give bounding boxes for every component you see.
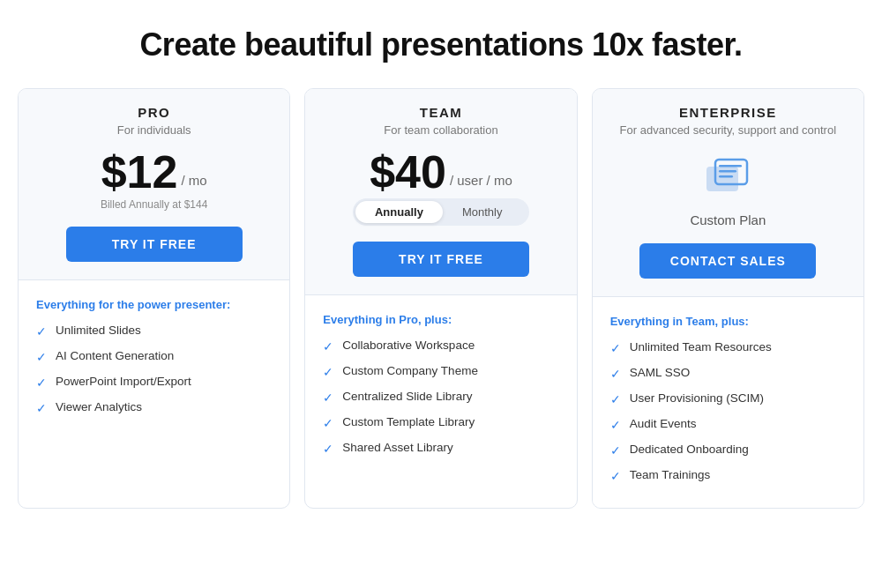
plans-grid: PRO For individuals $12 / mo Billed Annu…: [18, 88, 864, 509]
plan-header-pro: PRO For individuals $12 / mo Billed Annu…: [19, 89, 289, 280]
price-period-pro: / mo: [181, 173, 206, 188]
feature-text: Unlimited Slides: [56, 324, 141, 337]
price-amount-team: $40: [370, 149, 446, 195]
feature-text: User Provisioning (SCIM): [630, 391, 764, 405]
list-item: ✓ Viewer Analytics: [36, 400, 272, 415]
list-item: ✓ Audit Events: [610, 417, 846, 432]
cta-button-enterprise[interactable]: CONTACT SALES: [639, 243, 816, 279]
plan-header-team: TEAM For team collaboration $40 / user /…: [305, 89, 576, 295]
svg-rect-3: [719, 170, 736, 173]
plan-name-team: TEAM: [420, 105, 463, 120]
list-item: ✓ Custom Company Theme: [323, 364, 558, 379]
price-period-team: / user / mo: [450, 173, 512, 188]
list-item: ✓ PowerPoint Import/Export: [36, 375, 272, 390]
feature-text: Dedicated Onboarding: [630, 443, 749, 456]
check-icon: ✓: [610, 367, 621, 381]
list-item: ✓ Dedicated Onboarding: [610, 443, 846, 458]
check-icon: ✓: [610, 341, 621, 355]
feature-text: AI Content Generation: [56, 349, 174, 362]
page-title: Create beautiful presentations 10x faste…: [18, 26, 864, 63]
enterprise-icon: [699, 156, 756, 205]
feature-text: Viewer Analytics: [56, 400, 142, 413]
plan-card-team: TEAM For team collaboration $40 / user /…: [304, 88, 577, 509]
list-item: ✓ Collaborative Workspace: [323, 339, 558, 354]
toggle-monthly[interactable]: Monthly: [443, 201, 522, 223]
plan-price-team: $40 / user / mo: [370, 149, 512, 195]
feature-text: Custom Template Library: [342, 415, 475, 428]
check-icon: ✓: [610, 469, 621, 483]
plan-subtitle-pro: For individuals: [117, 123, 191, 137]
check-icon: ✓: [610, 392, 621, 406]
plan-subtitle-team: For team collaboration: [384, 123, 497, 137]
check-icon: ✓: [323, 442, 333, 456]
list-item: ✓ Unlimited Slides: [36, 324, 272, 339]
plan-name-pro: PRO: [138, 105, 170, 120]
feature-text: Unlimited Team Resources: [630, 340, 772, 354]
plan-name-enterprise: ENTERPRISE: [679, 105, 777, 120]
check-icon: ✓: [323, 416, 333, 430]
plan-card-enterprise: ENTERPRISE For advanced security, suppor…: [592, 88, 864, 509]
feature-text: Centralized Slide Library: [342, 390, 472, 403]
check-icon: ✓: [610, 418, 621, 432]
list-item: ✓ Custom Template Library: [323, 415, 558, 430]
check-icon: ✓: [323, 391, 333, 405]
features-heading-team: Everything in Pro, plus:: [323, 313, 558, 326]
cta-button-team[interactable]: TRY IT FREE: [353, 242, 529, 277]
billing-toggle: Annually Monthly: [353, 198, 529, 226]
price-billed-pro: Billed Annually at $144: [101, 198, 207, 211]
list-item: ✓ Shared Asset Library: [323, 441, 558, 456]
check-icon: ✓: [36, 324, 47, 339]
svg-rect-4: [719, 175, 733, 178]
price-amount-pro: $12: [101, 149, 178, 195]
plan-price-pro: $12 / mo: [101, 149, 207, 195]
check-icon: ✓: [610, 443, 621, 458]
feature-text: Custom Company Theme: [342, 364, 478, 377]
list-item: ✓ AI Content Generation: [36, 349, 272, 364]
feature-text: PowerPoint Import/Export: [56, 375, 191, 388]
feature-text: Team Trainings: [630, 468, 711, 481]
plan-features-enterprise: Everything in Team, plus: ✓ Unlimited Te…: [593, 297, 863, 508]
feature-text: Shared Asset Library: [342, 441, 452, 454]
plan-features-team: Everything in Pro, plus: ✓ Collaborative…: [305, 295, 576, 480]
check-icon: ✓: [36, 401, 47, 415]
toggle-annually[interactable]: Annually: [355, 201, 443, 223]
check-icon: ✓: [323, 339, 333, 354]
cta-button-pro[interactable]: TRY IT FREE: [66, 227, 243, 262]
check-icon: ✓: [36, 376, 47, 390]
list-item: ✓ Unlimited Team Resources: [610, 340, 846, 355]
list-item: ✓ User Provisioning (SCIM): [610, 391, 846, 406]
plan-header-enterprise: ENTERPRISE For advanced security, suppor…: [593, 89, 863, 297]
plan-features-pro: Everything for the power presenter: ✓ Un…: [19, 280, 289, 440]
feature-text: Collaborative Workspace: [342, 339, 475, 352]
feature-text: SAML SSO: [630, 366, 691, 379]
check-icon: ✓: [36, 350, 47, 364]
features-heading-enterprise: Everything in Team, plus:: [610, 315, 846, 328]
check-icon: ✓: [323, 365, 333, 379]
list-item: ✓ Centralized Slide Library: [323, 390, 558, 405]
feature-text: Audit Events: [630, 417, 697, 430]
plan-card-pro: PRO For individuals $12 / mo Billed Annu…: [18, 88, 290, 509]
features-heading-pro: Everything for the power presenter:: [36, 298, 272, 311]
list-item: ✓ SAML SSO: [610, 366, 846, 381]
svg-rect-2: [719, 165, 742, 167]
plan-custom-label: Custom Plan: [690, 212, 766, 227]
list-item: ✓ Team Trainings: [610, 468, 846, 483]
plan-subtitle-enterprise: For advanced security, support and contr…: [620, 123, 836, 137]
